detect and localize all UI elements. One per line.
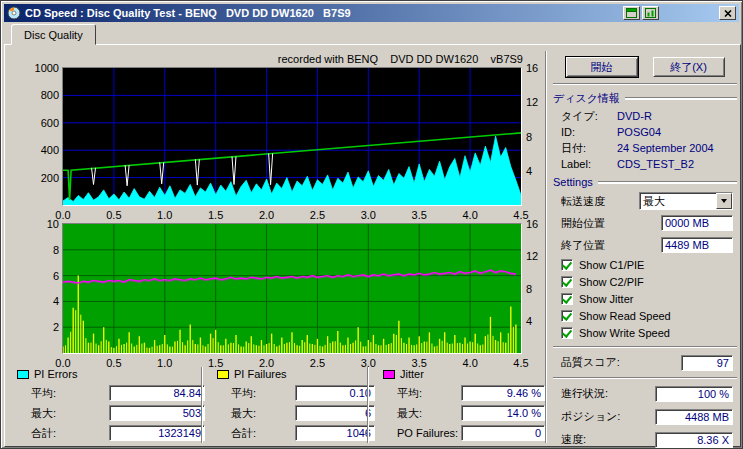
max-label: 最大:: [231, 406, 295, 421]
close-x-icon: [724, 10, 732, 17]
separator: [553, 346, 737, 348]
quality-score-label: 品質スコア:: [561, 355, 681, 370]
titlebar-green-window-icon-button-2[interactable]: [642, 6, 659, 20]
max-label: 最大:: [31, 406, 109, 421]
transfer-speed-select[interactable]: 最大: [639, 192, 733, 210]
tick-label: 4: [25, 295, 59, 307]
checkbox-show-write-speed[interactable]: Show Write Speed: [561, 326, 739, 340]
green-window-icon: [645, 8, 656, 18]
quality-score-value: 97: [681, 355, 733, 371]
checkbox-box[interactable]: [561, 327, 573, 339]
pie-speed-chart: [62, 67, 522, 206]
jitter-max-value: 14.0 %: [461, 405, 545, 421]
pi-failures-avg-value: 0.10: [295, 385, 375, 401]
tick-label: 3.5: [407, 209, 431, 221]
titlebar[interactable]: CD Speed : Disc Quality Test - BENQ DVD …: [4, 4, 739, 22]
tick-label: 0.0: [51, 209, 75, 221]
close-button[interactable]: [719, 6, 736, 20]
disc-info-title: ディスク情報: [553, 91, 620, 106]
checkbox-label: Show Write Speed: [579, 327, 670, 339]
checkbox-show-c2-pif[interactable]: Show C2/PIF: [561, 275, 739, 289]
disc-label-label: Label:: [561, 157, 617, 171]
disc-date-label: 日付:: [561, 141, 617, 155]
pi-failures-total-value: 1046: [295, 425, 375, 441]
checkbox-box[interactable]: [561, 310, 573, 322]
position-value: 4488 MB: [655, 409, 733, 425]
tick-label: 2.5: [305, 209, 329, 221]
end-position-field[interactable]: 4489 MB: [661, 237, 733, 253]
pi-errors-stats: PI Errors 平均:84.84 最大:503 合計:1323149: [15, 367, 205, 441]
stats-panel: PI Errors 平均:84.84 最大:503 合計:1323149 PI …: [13, 367, 545, 445]
tick-label: 600: [25, 117, 59, 129]
tab-page: recorded with BENQ DVD DD DW1620 vB7S9 1…: [4, 44, 741, 447]
tick-label: 16: [526, 62, 546, 74]
tick-label: 1.5: [204, 209, 228, 221]
pi-errors-legend-label: PI Errors: [34, 368, 77, 380]
titlebar-green-window-icon-button-1[interactable]: [623, 6, 640, 20]
start-position-field[interactable]: 0000 MB: [661, 215, 733, 231]
separator: [553, 83, 737, 85]
tick-label: 4: [526, 315, 546, 327]
stats-separator-1: [201, 367, 203, 443]
titlebar-spacer: [659, 13, 717, 14]
disc-id-label: ID:: [561, 125, 617, 139]
avg-label: 平均:: [231, 386, 295, 401]
tick-label: 3.0: [356, 209, 380, 221]
total-label: 合計:: [231, 426, 295, 441]
tick-label: 10: [25, 218, 59, 230]
start-position-label: 開始位置: [561, 216, 661, 231]
tick-label: 4: [526, 165, 546, 177]
jitter-stats: Jitter 平均:9.46 % 最大:14.0 % PO Failures:0: [381, 367, 545, 441]
recording-info-text: recorded with BENQ DVD DD DW1620 vB7S9: [63, 53, 523, 65]
avg-label: 平均:: [397, 386, 461, 401]
progress-label: 進行状況:: [561, 386, 655, 401]
tick-label: 12: [526, 96, 546, 108]
tick-label: 4.5: [509, 209, 533, 221]
app-cd-disc-icon: [7, 6, 21, 20]
checkbox-box[interactable]: [561, 276, 573, 288]
pif-jitter-chart: [62, 223, 522, 354]
checkbox-label: Show C1/PIE: [579, 259, 644, 271]
jitter-avg-value: 9.46 %: [461, 385, 545, 401]
exit-button[interactable]: 終了(X): [653, 57, 725, 77]
pi-failures-max-value: 6: [295, 405, 375, 421]
tick-label: 16: [526, 218, 546, 230]
start-button[interactable]: 開始: [566, 57, 638, 77]
checkbox-show-read-speed[interactable]: Show Read Speed: [561, 309, 739, 323]
disc-info-header: ディスク情報: [553, 91, 737, 106]
checkbox-label: Show Jitter: [579, 293, 633, 305]
chevron-down-icon[interactable]: [716, 193, 732, 209]
panel-separator: [545, 51, 547, 443]
po-failures-label: PO Failures:: [397, 427, 461, 439]
end-position-label: 終了位置: [561, 238, 661, 253]
checkbox-label: Show C2/PIF: [579, 276, 644, 288]
disc-type-value: DVD-R: [617, 109, 652, 123]
speed-value: 8.36 X: [655, 432, 733, 448]
checkbox-label: Show Read Speed: [579, 310, 671, 322]
disc-id-value: POSG04: [617, 125, 661, 139]
transfer-speed-value: 最大: [640, 193, 716, 209]
tick-label: 2.0: [255, 209, 279, 221]
pi-errors-avg-value: 84.84: [109, 385, 205, 401]
stats-separator-2: [367, 367, 369, 443]
tick-label: 800: [25, 89, 59, 101]
tab-disc-quality[interactable]: Disc Quality: [11, 24, 96, 45]
checkbox-box[interactable]: [561, 293, 573, 305]
tick-label: 400: [25, 144, 59, 156]
jitter-legend-label: Jitter: [400, 368, 424, 380]
tick-label: 8: [526, 131, 546, 143]
disc-date-value: 24 September 2004: [617, 141, 714, 155]
checkbox-show-c1-pie[interactable]: Show C1/PIE: [561, 258, 739, 272]
tick-label: 8: [526, 283, 546, 295]
max-label: 最大:: [397, 406, 461, 421]
green-window-icon: [626, 8, 637, 18]
settings-title: Settings: [553, 176, 593, 188]
checkbox-box[interactable]: [561, 259, 573, 271]
tick-label: 12: [526, 250, 546, 262]
progress-value: 100 %: [655, 386, 733, 402]
tick-label: 4.0: [458, 209, 482, 221]
checkbox-show-jitter[interactable]: Show Jitter: [561, 292, 739, 306]
position-label: ポジション:: [561, 409, 655, 424]
pi-errors-total-value: 1323149: [109, 425, 205, 441]
pi-errors-max-value: 503: [109, 405, 205, 421]
